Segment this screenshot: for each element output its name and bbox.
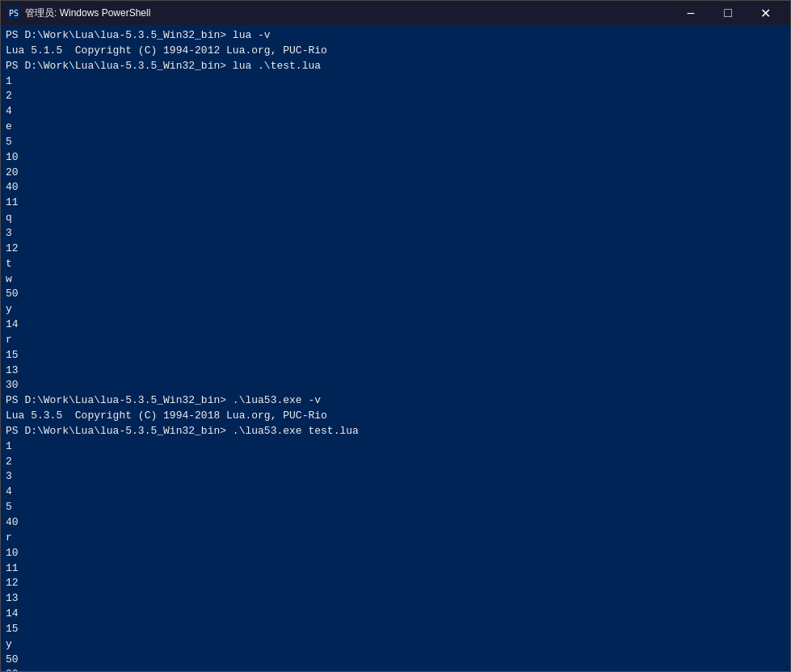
terminal-line: PS D:\Work\Lua\lua-5.3.5_Win32_bin> lua … [6,59,785,74]
terminal-line: 50 [6,287,785,302]
terminal-line: 1 [6,74,785,90]
terminal-line: 11 [6,195,785,211]
terminal-line: 13 [6,591,785,607]
minimize-button[interactable]: – [672,1,709,25]
terminal-line: q [6,211,785,226]
terminal-line: y [6,302,785,317]
terminal-line: 2 [6,455,785,470]
terminal-line: 4 [6,104,785,120]
terminal-line: 15 [6,348,785,363]
terminal-line: 14 [6,317,785,333]
title-bar-text: 管理员: Windows PowerShell [25,6,672,20]
terminal-line: Lua 5.3.5 Copyright (C) 1994-2018 Lua.or… [6,409,785,424]
terminal-line: Lua 5.1.5 Copyright (C) 1994-2012 Lua.or… [6,44,785,59]
terminal-line: 40 [6,180,785,195]
terminal-line: 20 [6,166,785,181]
terminal-line: 4 [6,485,785,500]
terminal-line: 1 [6,439,785,455]
terminal-line: 14 [6,607,785,622]
terminal-line: 3 [6,226,785,242]
title-bar-controls: – □ ✕ [672,1,784,25]
terminal-line: 20 [6,667,785,671]
terminal-line: 30 [6,378,785,393]
terminal-line: w [6,272,785,288]
terminal-line: r [6,531,785,546]
terminal-line: 13 [6,363,785,379]
powershell-window: PS 管理员: Windows PowerShell – □ ✕ PS D:\W… [0,0,791,672]
terminal-line: 50 [6,653,785,668]
powershell-icon: PS [7,6,20,19]
terminal-line: y [6,637,785,653]
terminal-line: 12 [6,576,785,591]
terminal-line: PS D:\Work\Lua\lua-5.3.5_Win32_bin> .\lu… [6,424,785,439]
terminal-line: 10 [6,150,785,166]
terminal-line: 2 [6,89,785,104]
terminal-line: 3 [6,469,785,485]
svg-text:PS: PS [9,9,19,18]
terminal-line: 15 [6,622,785,637]
terminal-line: PS D:\Work\Lua\lua-5.3.5_Win32_bin> .\lu… [6,393,785,409]
terminal-line: PS D:\Work\Lua\lua-5.3.5_Win32_bin> lua … [6,28,785,44]
terminal-line: 5 [6,500,785,515]
maximize-button[interactable]: □ [709,1,747,25]
terminal-line: e [6,120,785,135]
close-button[interactable]: ✕ [747,1,784,25]
terminal-line: 5 [6,135,785,150]
title-bar: PS 管理员: Windows PowerShell – □ ✕ [1,1,790,25]
terminal-output[interactable]: PS D:\Work\Lua\lua-5.3.5_Win32_bin> lua … [1,25,790,671]
terminal-line: t [6,257,785,272]
terminal-line: 12 [6,242,785,257]
terminal-line: 10 [6,546,785,561]
terminal-line: 40 [6,515,785,531]
terminal-line: 11 [6,561,785,577]
terminal-line: r [6,333,785,348]
